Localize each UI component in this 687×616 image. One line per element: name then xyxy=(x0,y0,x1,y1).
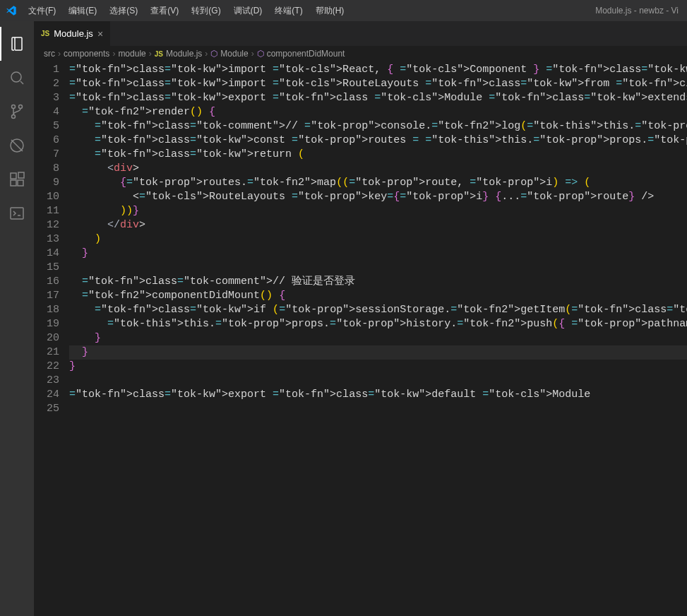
debug-icon[interactable] xyxy=(0,129,34,162)
line-number: 25 xyxy=(34,402,59,416)
close-icon[interactable]: × xyxy=(97,28,103,40)
menu-item[interactable]: 编辑(E) xyxy=(63,2,102,20)
line-number: 18 xyxy=(34,303,59,317)
search-icon[interactable] xyxy=(0,61,34,95)
svg-rect-6 xyxy=(11,180,16,186)
code-line[interactable]: <="tok-cls">RouteLayouts ="tok-prop">key… xyxy=(69,190,687,204)
line-number: 23 xyxy=(34,374,59,388)
titlebar: 文件(F)编辑(E)选择(S)查看(V)转到(G)调试(D)终端(T)帮助(H)… xyxy=(0,0,687,21)
source-control-icon[interactable] xyxy=(0,95,34,129)
code-line[interactable]: {="tok-prop">routes.="tok-fn2">map((="to… xyxy=(69,176,687,190)
line-number: 12 xyxy=(34,218,59,232)
code-line[interactable]: <div> xyxy=(69,162,687,176)
line-number: 8 xyxy=(34,162,59,176)
line-number: 4 xyxy=(34,105,59,119)
code-line[interactable] xyxy=(69,261,687,275)
code-content[interactable]: ="tok-fn">class="tok-kw">import ="tok-cl… xyxy=(69,61,687,616)
menu-item[interactable]: 帮助(H) xyxy=(310,2,350,20)
code-line[interactable]: ="tok-fn">class="tok-kw">return ( xyxy=(69,148,687,162)
svg-point-3 xyxy=(12,115,16,119)
extensions-icon[interactable] xyxy=(0,162,34,196)
breadcrumb-separator-icon: › xyxy=(149,49,152,59)
svg-point-2 xyxy=(19,105,23,109)
code-line[interactable]: ="tok-fn">class="tok-kw">export ="tok-fn… xyxy=(69,91,687,105)
code-line[interactable]: ="tok-fn">class="tok-kw">import ="tok-cl… xyxy=(69,63,687,77)
code-line[interactable]: } xyxy=(69,331,687,345)
line-gutter: 1234567891011121314151617181920212223242… xyxy=(34,61,69,616)
code-line[interactable]: ))} xyxy=(69,204,687,218)
line-number: 3 xyxy=(34,91,59,105)
line-number: 5 xyxy=(34,119,59,134)
line-number: 19 xyxy=(34,317,59,331)
explorer-icon[interactable] xyxy=(0,27,34,61)
js-icon: JS xyxy=(155,50,163,58)
menu-item[interactable]: 查看(V) xyxy=(145,2,184,20)
code-line[interactable]: </div> xyxy=(69,218,687,232)
line-number: 11 xyxy=(34,204,59,218)
menu-item[interactable]: 文件(F) xyxy=(23,2,61,20)
line-number: 20 xyxy=(34,331,59,345)
line-number: 21 xyxy=(34,345,59,360)
menu-bar: 文件(F)编辑(E)选择(S)查看(V)转到(G)调试(D)终端(T)帮助(H) xyxy=(23,2,350,20)
line-number: 24 xyxy=(34,388,59,402)
code-line[interactable]: } xyxy=(69,247,687,261)
breadcrumb-item[interactable]: components xyxy=(64,49,109,59)
vscode-icon xyxy=(6,5,17,16)
terminal-panel-icon[interactable] xyxy=(0,196,34,230)
activity-bar xyxy=(0,21,34,616)
line-number: 14 xyxy=(34,247,59,261)
editor-area: JS Module.js × src›components›module›JSM… xyxy=(34,21,687,616)
symbol-icon: ⬡ xyxy=(210,49,217,59)
menu-item[interactable]: 终端(T) xyxy=(269,2,308,20)
line-number: 22 xyxy=(34,360,59,374)
line-number: 1 xyxy=(34,63,59,77)
editor-tab[interactable]: JS Module.js × xyxy=(34,21,110,46)
code-line[interactable] xyxy=(69,402,687,416)
svg-point-1 xyxy=(12,105,16,109)
breadcrumb-item[interactable]: Module xyxy=(220,49,248,59)
line-number: 6 xyxy=(34,134,59,148)
svg-rect-8 xyxy=(18,172,24,178)
menu-item[interactable]: 调试(D) xyxy=(228,2,268,20)
code-line[interactable]: } xyxy=(69,360,687,374)
code-line[interactable]: ="tok-fn2">componentDidMount() { xyxy=(69,289,687,303)
breadcrumb[interactable]: src›components›module›JSModule.js›⬡Modul… xyxy=(34,46,687,61)
svg-rect-5 xyxy=(11,173,16,179)
line-number: 13 xyxy=(34,232,59,247)
code-line[interactable]: ) xyxy=(69,232,687,247)
code-line[interactable]: ="tok-fn">class="tok-comment">// ="tok-p… xyxy=(69,119,687,134)
breadcrumb-separator-icon: › xyxy=(58,49,61,59)
code-line[interactable] xyxy=(69,374,687,388)
breadcrumb-item[interactable]: module xyxy=(118,49,145,59)
code-line[interactable]: ="tok-fn">class="tok-comment">// 验证是否登录 xyxy=(69,275,687,289)
code-line[interactable]: ="tok-this">this.="tok-prop">props.="tok… xyxy=(69,317,687,331)
tab-label: Module.js xyxy=(54,28,93,39)
code-line[interactable]: ="tok-fn">class="tok-kw">const ="tok-pro… xyxy=(69,134,687,148)
line-number: 16 xyxy=(34,275,59,289)
code-line[interactable]: ="tok-fn">class="tok-kw">if (="tok-prop"… xyxy=(69,303,687,317)
code-line[interactable]: ="tok-fn">class="tok-kw">export ="tok-fn… xyxy=(69,388,687,402)
svg-rect-9 xyxy=(11,208,23,219)
menu-item[interactable]: 选择(S) xyxy=(104,2,143,20)
tab-bar: JS Module.js × xyxy=(34,21,687,46)
code-line[interactable]: } xyxy=(69,345,687,360)
svg-rect-7 xyxy=(18,180,23,186)
line-number: 7 xyxy=(34,148,59,162)
line-number: 9 xyxy=(34,176,59,190)
code-line[interactable]: ="tok-fn">class="tok-kw">import ="tok-cl… xyxy=(69,77,687,91)
code-editor[interactable]: 1234567891011121314151617181920212223242… xyxy=(34,61,687,616)
menu-item[interactable]: 转到(G) xyxy=(186,2,226,20)
window-title: Module.js - newbz - Vi xyxy=(595,6,681,16)
main-area: 资源管理器 ▸ 打开的编辑器 ◢ NEWBZ ▸📁.vscode▸▣node_m… xyxy=(0,21,687,616)
breadcrumb-item[interactable]: src xyxy=(44,49,55,59)
breadcrumb-separator-icon: › xyxy=(205,49,208,59)
breadcrumb-item[interactable]: componentDidMount xyxy=(267,49,345,59)
breadcrumb-item[interactable]: Module.js xyxy=(166,49,202,59)
line-number: 10 xyxy=(34,190,59,204)
line-number: 15 xyxy=(34,261,59,275)
breadcrumb-separator-icon: › xyxy=(251,49,254,59)
line-number: 17 xyxy=(34,289,59,303)
js-icon: JS xyxy=(41,30,49,37)
code-line[interactable]: ="tok-fn2">render() { xyxy=(69,105,687,119)
breadcrumb-separator-icon: › xyxy=(112,49,115,59)
